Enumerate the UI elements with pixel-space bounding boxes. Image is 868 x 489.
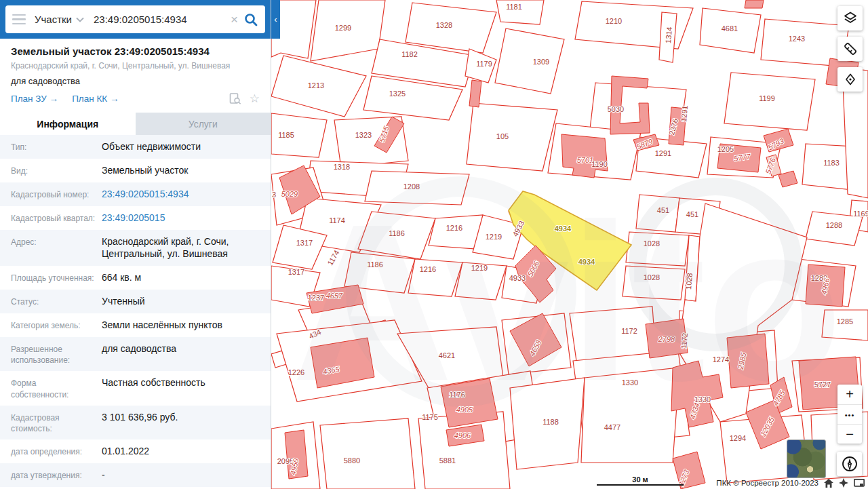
cadastral-parcel[interactable] (570, 307, 656, 361)
basemap-thumbnail[interactable] (787, 439, 826, 478)
clear-search-icon[interactable]: × (226, 13, 242, 26)
building-label: 2798 (658, 335, 675, 343)
parcel-label: 1181 (506, 3, 522, 11)
row-value: 664 кв. м (96, 271, 141, 284)
parcel-label: 1288 (826, 221, 842, 229)
parcel-label: 1210 (606, 17, 622, 25)
parcel-label: 1179 (476, 60, 492, 68)
parcel-label: 1213 (308, 81, 324, 90)
map-canvas[interactable]: 1299132811811210131446811243118211791309… (271, 0, 868, 489)
table-row: Кадастровый квартал:23:49:0205015 (0, 206, 271, 230)
object-actions: ☆ (229, 92, 260, 104)
search-box[interactable]: Участки × (5, 5, 265, 33)
parcel-label: 1291 (655, 149, 671, 157)
parcel-label: 1317 (288, 268, 304, 276)
row-label: Категория земель: (11, 319, 96, 332)
row-label: Статус: (11, 295, 96, 308)
row-label: Вид: (11, 164, 96, 177)
preview-document-icon[interactable] (229, 92, 241, 104)
parcel-label: 1325 (389, 90, 406, 98)
row-label: Тип: (11, 140, 96, 153)
attribution-text: ПКК © Росреестр 2010-2023 (716, 479, 818, 487)
table-row: Статус:Учтенный (0, 290, 271, 313)
parcel-label: 1317 (296, 239, 313, 247)
parcel-label: 1185 (278, 131, 294, 139)
cadastral-parcel[interactable] (623, 266, 685, 300)
home-icon[interactable] (824, 479, 833, 488)
parcel-label: 1028 (644, 273, 660, 281)
table-row: дата утверждения:- (0, 463, 271, 487)
search-input[interactable] (92, 13, 226, 26)
building-footprint[interactable] (441, 378, 498, 427)
cadastral-map[interactable]: 1299132811811210131446811243118211791309… (271, 0, 868, 489)
fullscreen-icon[interactable] (854, 479, 865, 488)
plan-zu-link[interactable]: План ЗУ → (11, 94, 58, 104)
scale-label: 30 м (597, 475, 684, 484)
compass-icon (841, 455, 859, 473)
parcel-label: 1274 (713, 355, 729, 364)
object-usage: для садоводства (11, 76, 260, 86)
search-category-dropdown[interactable]: Участки (35, 14, 72, 25)
info-panel: Участки × Земельный участок 23:49:020501… (0, 0, 271, 489)
parcel-label: 1299 (335, 24, 351, 32)
position-marker-icon (842, 71, 859, 87)
object-position-button[interactable] (837, 67, 863, 92)
parcel-label: 1294 (730, 434, 746, 442)
building-footprint[interactable] (727, 334, 769, 388)
attributes-table: Тип:Объект недвижимостиВид:Земельный уча… (0, 135, 271, 489)
table-row: Кадастровый номер:23:49:0205015:4934 (0, 182, 271, 206)
table-row: Вид:Земельный участок (0, 159, 271, 182)
compass-button[interactable] (837, 452, 862, 476)
parcel-label: 1216 (446, 224, 462, 232)
row-label: Форма собственности: (11, 376, 96, 399)
cadastral-parcel[interactable] (320, 418, 415, 489)
row-value: Краснодарский край, г. Сочи, Центральный… (96, 235, 264, 261)
parcel-label: 1188 (542, 418, 559, 426)
zoom-in-button[interactable]: + (837, 385, 862, 404)
parcel-label: 5727 (814, 380, 831, 389)
tab-information[interactable]: Информация (0, 113, 136, 135)
parcel-label: 1330 (694, 395, 711, 404)
plan-kk-link[interactable]: План КК → (72, 94, 119, 104)
search-header: Участки × (0, 0, 271, 39)
parcel-label: 1285 (837, 317, 853, 326)
row-value: для садоводства (96, 343, 176, 366)
menu-icon[interactable] (12, 14, 26, 25)
parcel-label: 1190 (591, 160, 608, 168)
favorite-star-icon[interactable]: ☆ (250, 93, 260, 104)
cadastral-parcel[interactable] (467, 103, 557, 171)
table-row: Адрес:Краснодарский край, г. Сочи, Центр… (0, 230, 271, 267)
chevron-down-icon (76, 17, 84, 22)
layers-button[interactable] (837, 6, 863, 31)
row-value-link[interactable]: 23:49:0205015:4934 (96, 188, 189, 201)
parcel-label: 1176 (449, 391, 465, 399)
parcel-label: 5030 (608, 105, 624, 113)
table-row: Кадастровая стоимость:3 101 636,96 руб. (0, 406, 271, 439)
table-row: Форма собственности:Частная собственност… (0, 371, 271, 405)
table-row: Разрешенное использование:для садоводств… (0, 337, 271, 371)
table-row: дата определения:01.01.2022 (0, 439, 271, 463)
measure-button[interactable] (837, 37, 863, 61)
plan-links-row: План ЗУ → План КК → ☆ (11, 92, 260, 104)
building-label: 5029 (281, 190, 298, 198)
parcel-label: 1309 (533, 58, 549, 66)
highlight-parcel-label: 4934 (578, 258, 595, 266)
row-value-link[interactable]: 23:49:0205015 (96, 212, 165, 224)
row-label: дата утверждения: (11, 469, 96, 482)
zoom-out-button[interactable]: − (837, 424, 862, 444)
scale-line (597, 484, 684, 486)
center-marker-icon[interactable] (839, 478, 848, 488)
row-value: - (96, 469, 105, 482)
cadastral-parcel[interactable] (626, 232, 689, 266)
search-button[interactable] (243, 12, 258, 27)
building-footprint[interactable] (745, 0, 764, 8)
parcel-label: 1186 (389, 229, 405, 237)
building-label: 4657 (326, 292, 343, 300)
object-address: Краснодарский край, г. Сочи, Центральный… (11, 61, 260, 71)
zoom-more-button[interactable]: ••• (837, 404, 862, 424)
tab-services[interactable]: Услуги (136, 113, 271, 135)
parcel-label: 1183 (823, 159, 840, 167)
row-label: Кадастровый номер: (11, 188, 96, 201)
search-icon (243, 12, 258, 27)
panel-collapse-button[interactable]: ‹ (271, 0, 280, 39)
